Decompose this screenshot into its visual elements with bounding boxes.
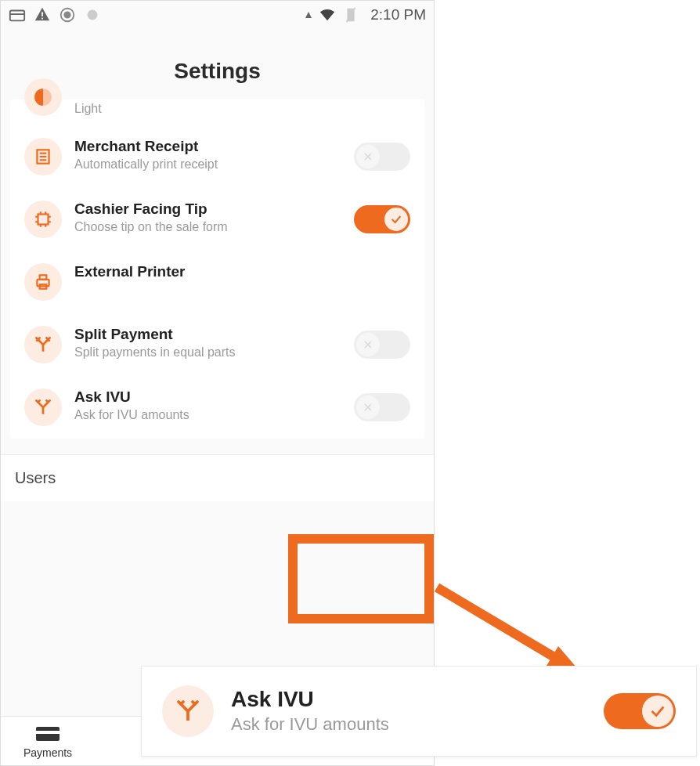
- chip-icon: [24, 201, 62, 238]
- sim-icon: [342, 6, 359, 23]
- split-payment-toggle[interactable]: [354, 331, 410, 359]
- svg-point-6: [88, 10, 98, 20]
- tab-payments[interactable]: Payments: [1, 724, 95, 759]
- settings-list: Light Merchant Receipt Automatically pri…: [10, 99, 424, 439]
- overlay-ask-ivu-subtitle: Ask for IVU amounts: [231, 714, 586, 736]
- ask-ivu-subtitle: Ask for IVU amounts: [74, 407, 341, 424]
- check-icon: [642, 696, 673, 727]
- svg-rect-3: [41, 18, 43, 20]
- external-printer-title: External Printer: [74, 263, 410, 280]
- svg-rect-32: [36, 731, 60, 734]
- cashier-tip-toggle[interactable]: [354, 205, 410, 233]
- payments-tab-icon: [34, 724, 61, 743]
- merchant-receipt-subtitle: Automatically print receipt: [74, 157, 341, 173]
- split-payment-title: Split Payment: [74, 326, 341, 343]
- svg-line-33: [437, 587, 562, 662]
- printer-icon: [24, 263, 62, 301]
- split-icon: [24, 388, 62, 426]
- payments-tab-label: Payments: [23, 746, 72, 759]
- overlay-ask-ivu-title: Ask IVU: [231, 687, 586, 712]
- users-section[interactable]: Users: [1, 454, 434, 501]
- setting-cashier-tip[interactable]: Cashier Facing Tip Choose tip on the sal…: [10, 188, 424, 251]
- svg-rect-2: [41, 12, 43, 16]
- merchant-receipt-toggle[interactable]: [354, 143, 410, 171]
- cashier-tip-subtitle: Choose tip on the sale form: [74, 219, 341, 236]
- x-icon: [356, 145, 380, 168]
- cashier-tip-title: Cashier Facing Tip: [74, 201, 341, 218]
- svg-point-5: [64, 12, 70, 17]
- theme-subtitle: Light: [74, 101, 410, 117]
- split-payment-subtitle: Split payments in equal parts: [74, 345, 341, 361]
- svg-rect-15: [38, 214, 49, 224]
- setting-theme[interactable]: Light: [10, 99, 424, 125]
- ask-ivu-title: Ask IVU: [74, 388, 341, 406]
- circle-icon: [59, 6, 76, 23]
- setting-merchant-receipt[interactable]: Merchant Receipt Automatically print rec…: [10, 125, 424, 188]
- setting-ask-ivu[interactable]: Ask IVU Ask for IVU amounts: [10, 376, 424, 439]
- overlay-ask-ivu-toggle[interactable]: [604, 693, 676, 729]
- svg-rect-25: [40, 275, 47, 279]
- theme-icon: [24, 78, 62, 116]
- merchant-receipt-title: Merchant Receipt: [74, 138, 341, 155]
- x-icon: [356, 396, 380, 419]
- split-icon: [24, 326, 62, 363]
- svg-rect-0: [10, 11, 24, 21]
- split-icon: [162, 685, 214, 737]
- warning-icon: [34, 6, 51, 23]
- dot-icon: [84, 6, 101, 23]
- status-bar: 2:10 PM: [1, 1, 434, 29]
- wifi-icon: [319, 6, 336, 23]
- setting-external-printer[interactable]: External Printer: [10, 251, 424, 313]
- annotation-overlay-ask-ivu: Ask IVU Ask for IVU amounts: [141, 666, 697, 757]
- status-time: 2:10 PM: [370, 6, 426, 23]
- caret-icon: [305, 6, 312, 23]
- check-icon: [384, 208, 408, 231]
- receipt-icon: [24, 138, 62, 175]
- page-title: Settings: [1, 29, 434, 99]
- x-icon: [356, 333, 380, 356]
- setting-split-payment[interactable]: Split Payment Split payments in equal pa…: [10, 313, 424, 376]
- ask-ivu-toggle[interactable]: [354, 393, 410, 421]
- phone-frame: 2:10 PM Settings Light Merchant Receipt …: [0, 0, 435, 766]
- card-icon: [9, 6, 26, 23]
